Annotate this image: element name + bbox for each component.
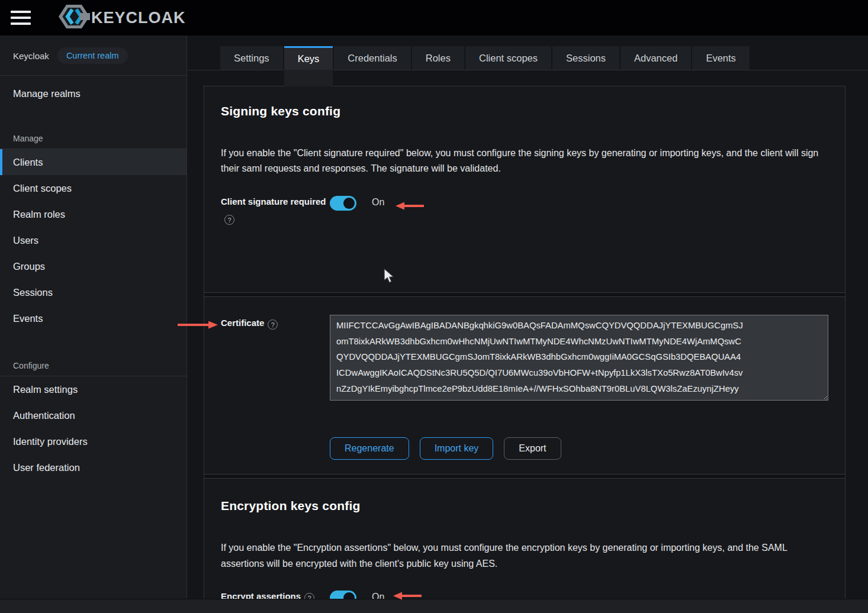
certificate-row: Certificate? MIIFCTCCAvGgAwIBAgIBADANBgk… [221,315,828,401]
sidebar-item-manage-realms[interactable]: Manage realms [0,80,187,107]
sidebar-section-configure: Configure [0,361,187,376]
keycloak-logo-icon [58,3,90,33]
sidebar-section-manage: Manage [0,134,187,149]
signing-keys-title: Signing keys config [221,104,828,118]
tab-credentials[interactable]: Credentials [334,46,410,70]
annotation-arrow-encrypt-assertions [392,591,423,603]
certificate-textarea[interactable]: MIIFCTCCAvGgAwIBAgIBADANBgkqhkiG9w0BAQsF… [330,315,828,401]
sidebar-item-sessions[interactable]: Sessions [0,279,187,305]
certificate-label: Certificate? [221,315,330,401]
certificate-section: Certificate? MIIFCTCCAvGgAwIBAgIBADANBgk… [204,297,845,474]
keycloak-logo: KEYCLOAK [58,3,186,33]
export-button[interactable]: Export [504,437,561,460]
hamburger-menu-icon[interactable] [11,9,32,26]
encryption-keys-title: Encryption keys config [221,499,828,513]
tab-client-scopes[interactable]: Client scopes [465,46,551,70]
annotation-arrow-certificate [176,320,219,332]
mouse-cursor [382,267,396,288]
realm-name: Keycloak [13,51,49,61]
signing-keys-section: Signing keys config If you enable the "C… [204,86,845,292]
tab-events[interactable]: Events [692,46,749,70]
sidebar-item-authentication[interactable]: Authentication [0,402,187,428]
help-icon[interactable]: ? [224,215,234,225]
brand-name: KEYCLOAK [91,9,186,27]
section-divider [204,474,845,479]
encryption-keys-section: Encryption keys config If you enable the… [204,479,845,613]
sidebar-item-groups[interactable]: Groups [0,253,187,279]
client-signature-required-state: On [372,193,384,227]
sidebar-item-identity-providers[interactable]: Identity providers [0,428,187,454]
sidebar-item-user-federation[interactable]: User federation [0,454,187,480]
realm-selector[interactable]: Keycloak Current realm [0,36,187,76]
encryption-keys-description: If you enable the "Encryption assertions… [221,540,828,572]
main-content: Settings Keys Credentials Roles Client s… [187,36,868,613]
sidebar-item-realm-roles[interactable]: Realm roles [0,201,187,227]
section-divider [204,292,845,297]
current-realm-badge[interactable]: Current realm [57,47,128,64]
import-key-button[interactable]: Import key [420,437,494,460]
keys-config-card: Signing keys config If you enable the "C… [204,86,846,613]
sidebar-item-realm-settings[interactable]: Realm settings [0,376,187,402]
client-tabs: Settings Keys Credentials Roles Client s… [187,36,868,70]
sidebar-item-events[interactable]: Events [0,305,187,331]
tab-sessions[interactable]: Sessions [552,46,619,70]
top-bar: KEYCLOAK [0,0,868,36]
tab-keys[interactable]: Keys [284,46,333,70]
bottom-strip [0,599,868,613]
tab-advanced[interactable]: Advanced [621,46,691,70]
client-signature-required-label: Client signature required? [221,193,330,227]
sidebar-item-clients[interactable]: Clients [0,149,187,175]
tab-roles[interactable]: Roles [412,46,464,70]
signing-keys-description: If you enable the "Client signature requ… [221,146,828,177]
help-icon[interactable]: ? [268,320,278,330]
regenerate-button[interactable]: Regenerate [330,437,409,460]
sidebar: Keycloak Current realm Manage realms Man… [0,36,187,613]
certificate-actions: Regenerate Import key Export [330,437,828,474]
client-signature-required-toggle[interactable] [330,196,356,211]
tab-settings[interactable]: Settings [220,46,283,70]
sidebar-item-client-scopes[interactable]: Client scopes [0,175,187,201]
annotation-arrow-client-signature [394,201,425,213]
client-signature-required-row: Client signature required? On [221,193,828,227]
sidebar-item-users[interactable]: Users [0,227,187,253]
